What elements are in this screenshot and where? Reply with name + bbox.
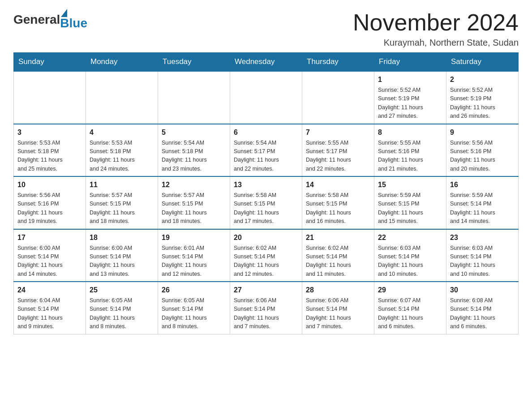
calendar-week-row: 24Sunrise: 6:04 AM Sunset: 5:14 PM Dayli… (14, 282, 519, 334)
day-number: 9 (450, 127, 515, 138)
day-info: Sunrise: 6:04 AM Sunset: 5:14 PM Dayligh… (17, 297, 63, 330)
day-info: Sunrise: 6:02 AM Sunset: 5:14 PM Dayligh… (234, 245, 279, 277)
day-info: Sunrise: 5:55 AM Sunset: 5:16 PM Dayligh… (378, 140, 423, 172)
calendar-cell: 15Sunrise: 5:59 AM Sunset: 5:15 PM Dayli… (374, 176, 446, 229)
day-info: Sunrise: 6:02 AM Sunset: 5:14 PM Dayligh… (306, 245, 351, 277)
day-number: 29 (378, 285, 442, 295)
calendar-cell: 4Sunrise: 5:53 AM Sunset: 5:18 PM Daylig… (86, 124, 158, 177)
day-info: Sunrise: 6:06 AM Sunset: 5:14 PM Dayligh… (306, 297, 351, 330)
calendar-cell: 5Sunrise: 5:54 AM Sunset: 5:18 PM Daylig… (158, 124, 230, 177)
day-info: Sunrise: 5:57 AM Sunset: 5:15 PM Dayligh… (162, 192, 207, 224)
calendar-cell: 9Sunrise: 5:56 AM Sunset: 5:16 PM Daylig… (446, 124, 519, 177)
calendar-cell: 22Sunrise: 6:03 AM Sunset: 5:14 PM Dayli… (374, 229, 446, 282)
day-info: Sunrise: 5:57 AM Sunset: 5:15 PM Dayligh… (90, 192, 135, 224)
calendar-cell: 21Sunrise: 6:02 AM Sunset: 5:14 PM Dayli… (302, 229, 374, 282)
day-info: Sunrise: 5:55 AM Sunset: 5:17 PM Dayligh… (306, 140, 351, 172)
day-number: 14 (306, 180, 370, 190)
calendar-cell: 3Sunrise: 5:53 AM Sunset: 5:18 PM Daylig… (14, 124, 86, 177)
day-info: Sunrise: 6:08 AM Sunset: 5:14 PM Dayligh… (450, 297, 495, 330)
day-info: Sunrise: 5:58 AM Sunset: 5:15 PM Dayligh… (306, 192, 351, 224)
logo-general-text: General (13, 13, 60, 27)
header-tuesday: Tuesday (158, 53, 230, 72)
day-info: Sunrise: 5:59 AM Sunset: 5:15 PM Dayligh… (378, 192, 423, 224)
header-thursday: Thursday (302, 53, 374, 72)
day-number: 28 (306, 285, 370, 295)
calendar-cell: 27Sunrise: 6:06 AM Sunset: 5:14 PM Dayli… (230, 282, 302, 334)
day-number: 17 (17, 232, 82, 243)
day-info: Sunrise: 5:56 AM Sunset: 5:16 PM Dayligh… (450, 140, 495, 172)
calendar-cell: 26Sunrise: 6:05 AM Sunset: 5:14 PM Dayli… (158, 282, 230, 334)
day-number: 7 (306, 127, 370, 138)
calendar-header-row: SundayMondayTuesdayWednesdayThursdayFrid… (14, 53, 519, 72)
calendar-cell: 19Sunrise: 6:01 AM Sunset: 5:14 PM Dayli… (158, 229, 230, 282)
calendar-week-row: 10Sunrise: 5:56 AM Sunset: 5:16 PM Dayli… (14, 176, 519, 229)
day-info: Sunrise: 6:03 AM Sunset: 5:14 PM Dayligh… (378, 245, 423, 277)
day-info: Sunrise: 5:54 AM Sunset: 5:17 PM Dayligh… (234, 140, 279, 172)
day-number: 2 (450, 74, 515, 85)
day-number: 6 (234, 127, 298, 138)
day-info: Sunrise: 6:00 AM Sunset: 5:14 PM Dayligh… (90, 245, 135, 277)
day-number: 19 (162, 232, 226, 243)
calendar-cell: 6Sunrise: 5:54 AM Sunset: 5:17 PM Daylig… (230, 124, 302, 177)
day-number: 25 (90, 285, 154, 295)
header-monday: Monday (86, 53, 158, 72)
day-info: Sunrise: 6:07 AM Sunset: 5:14 PM Dayligh… (378, 297, 423, 330)
day-number: 15 (378, 180, 442, 190)
day-number: 4 (90, 127, 154, 138)
day-info: Sunrise: 6:01 AM Sunset: 5:14 PM Dayligh… (162, 245, 207, 277)
day-info: Sunrise: 5:56 AM Sunset: 5:16 PM Dayligh… (17, 192, 63, 224)
calendar-cell: 20Sunrise: 6:02 AM Sunset: 5:14 PM Dayli… (230, 229, 302, 282)
calendar-cell: 13Sunrise: 5:58 AM Sunset: 5:15 PM Dayli… (230, 176, 302, 229)
header-saturday: Saturday (446, 53, 519, 72)
calendar-cell: 29Sunrise: 6:07 AM Sunset: 5:14 PM Dayli… (374, 282, 446, 334)
calendar-cell: 1Sunrise: 5:52 AM Sunset: 5:19 PM Daylig… (374, 71, 446, 124)
day-info: Sunrise: 6:05 AM Sunset: 5:14 PM Dayligh… (90, 297, 135, 330)
logo-blue-part: Blue (60, 9, 87, 30)
logo-blue-text: Blue (60, 16, 87, 30)
calendar-cell: 18Sunrise: 6:00 AM Sunset: 5:14 PM Dayli… (86, 229, 158, 282)
logo: General Blue (13, 9, 87, 30)
day-info: Sunrise: 5:52 AM Sunset: 5:19 PM Dayligh… (378, 87, 423, 119)
calendar-cell (230, 71, 302, 124)
day-number: 8 (378, 127, 442, 138)
day-number: 11 (90, 180, 154, 190)
day-number: 12 (162, 180, 226, 190)
header-friday: Friday (374, 53, 446, 72)
day-number: 21 (306, 232, 370, 243)
day-number: 3 (17, 127, 82, 138)
day-number: 26 (162, 285, 226, 295)
day-info: Sunrise: 5:54 AM Sunset: 5:18 PM Dayligh… (162, 140, 207, 172)
day-info: Sunrise: 6:05 AM Sunset: 5:14 PM Dayligh… (162, 297, 207, 330)
calendar-week-row: 1Sunrise: 5:52 AM Sunset: 5:19 PM Daylig… (14, 71, 519, 124)
day-number: 16 (450, 180, 515, 190)
day-number: 22 (378, 232, 442, 243)
calendar-cell: 28Sunrise: 6:06 AM Sunset: 5:14 PM Dayli… (302, 282, 374, 334)
calendar-table: SundayMondayTuesdayWednesdayThursdayFrid… (13, 52, 519, 334)
day-info: Sunrise: 5:53 AM Sunset: 5:18 PM Dayligh… (90, 140, 135, 172)
calendar-cell: 16Sunrise: 5:59 AM Sunset: 5:14 PM Dayli… (446, 176, 519, 229)
calendar-subtitle: Kuraymah, Northern State, Sudan (353, 38, 519, 48)
calendar-week-row: 17Sunrise: 6:00 AM Sunset: 5:14 PM Dayli… (14, 229, 519, 282)
calendar-cell: 10Sunrise: 5:56 AM Sunset: 5:16 PM Dayli… (14, 176, 86, 229)
day-info: Sunrise: 6:03 AM Sunset: 5:14 PM Dayligh… (450, 245, 495, 277)
calendar-cell: 25Sunrise: 6:05 AM Sunset: 5:14 PM Dayli… (86, 282, 158, 334)
calendar-cell: 8Sunrise: 5:55 AM Sunset: 5:16 PM Daylig… (374, 124, 446, 177)
day-info: Sunrise: 5:58 AM Sunset: 5:15 PM Dayligh… (234, 192, 279, 224)
calendar-cell (158, 71, 230, 124)
title-section: November 2024 Kuraymah, Northern State, … (353, 9, 519, 48)
calendar-cell: 24Sunrise: 6:04 AM Sunset: 5:14 PM Dayli… (14, 282, 86, 334)
day-number: 23 (450, 232, 515, 243)
day-number: 10 (17, 180, 82, 190)
day-info: Sunrise: 5:59 AM Sunset: 5:14 PM Dayligh… (450, 192, 495, 224)
calendar-cell: 30Sunrise: 6:08 AM Sunset: 5:14 PM Dayli… (446, 282, 519, 334)
day-info: Sunrise: 5:53 AM Sunset: 5:18 PM Dayligh… (17, 140, 63, 172)
calendar-cell: 17Sunrise: 6:00 AM Sunset: 5:14 PM Dayli… (14, 229, 86, 282)
calendar-cell (302, 71, 374, 124)
calendar-cell (86, 71, 158, 124)
day-number: 27 (234, 285, 298, 295)
day-number: 24 (17, 285, 82, 295)
calendar-cell: 12Sunrise: 5:57 AM Sunset: 5:15 PM Dayli… (158, 176, 230, 229)
page-header: General Blue November 2024 Kuraymah, Nor… (13, 9, 519, 48)
day-info: Sunrise: 5:52 AM Sunset: 5:19 PM Dayligh… (450, 87, 495, 119)
calendar-cell: 14Sunrise: 5:58 AM Sunset: 5:15 PM Dayli… (302, 176, 374, 229)
